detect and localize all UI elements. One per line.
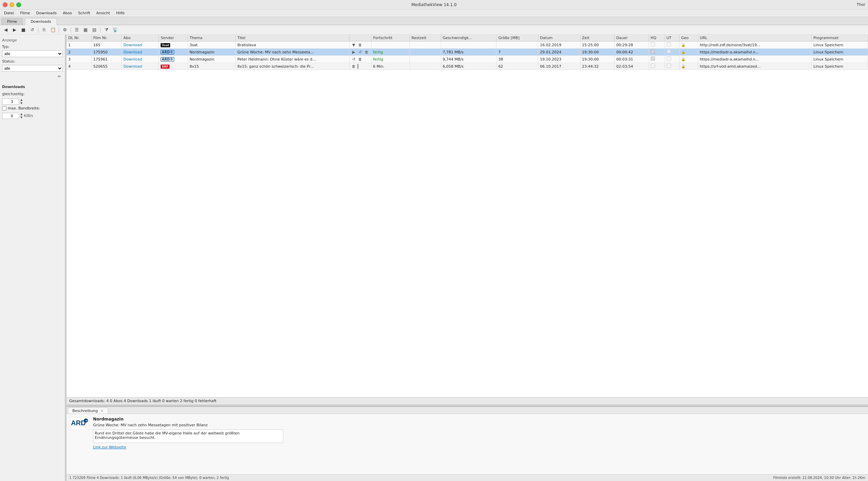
toolbar-grid1[interactable]: ▦ <box>82 26 89 34</box>
ut-checkbox <box>667 42 671 47</box>
geo-lock-icon: 🔒 <box>681 50 685 54</box>
col-film-nr[interactable]: Film Nr. <box>91 35 122 41</box>
col-hq[interactable]: HQ <box>649 35 665 41</box>
cell-actions: ↺ 🗑 <box>349 56 372 63</box>
bottom-tabs: Beschreibung × <box>67 407 868 414</box>
bandbreite-up[interactable]: ▲ <box>20 113 22 116</box>
sender-badge: ARD® <box>161 50 174 54</box>
toolbar-back[interactable]: ◀ <box>2 26 10 34</box>
col-dauer[interactable]: Dauer <box>614 35 649 41</box>
col-restzeit[interactable]: Restzeit <box>410 35 441 41</box>
col-titel[interactable]: Titel <box>236 35 349 41</box>
typ-select[interactable]: alle Film Audio Unbekannt <box>2 50 63 57</box>
toolbar-play[interactable]: ▶ <box>11 26 18 34</box>
col-datum[interactable]: Datum <box>538 35 580 41</box>
gleichzeitig-input-row: ▲ ▼ <box>2 98 63 105</box>
status-select[interactable]: alle läuft fertig fehlerhaft gestoppt wa… <box>2 65 63 72</box>
col-fortschritt[interactable]: Fortschritt <box>372 35 410 41</box>
menu-filme[interactable]: Filme <box>17 10 33 16</box>
cell-sender: 3sat <box>159 41 188 49</box>
action-delete[interactable]: 🗑 <box>364 49 369 55</box>
cell-titel: Peter Heidmann: Ohne Küster wäre es d... <box>236 56 349 63</box>
website-link[interactable]: Link zur Webseite <box>93 445 126 449</box>
toolbar-copy[interactable]: ⎘ <box>40 26 48 34</box>
table-row: 4 520655 Download SRF 8x15 8x15: ganz sc… <box>67 63 868 70</box>
minimize-button[interactable] <box>10 2 14 7</box>
toolbar-reload[interactable]: ↺ <box>29 26 36 34</box>
description-box: Rund ein Drittel der Gäste habe die MV-e… <box>93 429 283 443</box>
tab-close-icon[interactable]: × <box>101 409 104 413</box>
cell-abo: Download <box>122 41 159 49</box>
main-container: Anzeige Typ: alle Film Audio Unbekannt S… <box>0 35 868 481</box>
cell-actions: ▼ 🗑 <box>349 41 372 48</box>
bottom-tab-beschreibung[interactable]: Beschreibung × <box>68 408 108 414</box>
col-sender[interactable]: Sender <box>159 35 188 41</box>
menu-downloads[interactable]: Downloads <box>33 10 59 16</box>
cell-fortschritt: 6 Min. <box>372 63 410 70</box>
bottom-panel: Beschreibung × ARD ® Nordmagazin Grüne <box>67 406 868 474</box>
cell-url: https://srf-vod-amd.akamaized... <box>698 63 811 70</box>
maximize-button[interactable] <box>16 2 21 7</box>
cell-programmset: Linux Speichern <box>812 41 868 49</box>
col-abo[interactable]: Abo <box>122 35 159 41</box>
menu-datei[interactable]: Datei <box>1 10 17 16</box>
tab-downloads[interactable]: Downloads <box>25 18 57 25</box>
action-delete[interactable]: 🗑 <box>351 64 357 69</box>
col-dl-nr[interactable]: DL Nr. <box>67 35 91 41</box>
menu-schrift[interactable]: Schrift <box>75 10 93 16</box>
toolbar-paste[interactable]: 📋 <box>49 26 57 34</box>
app-title: MediathekView 14.1.0 <box>411 2 456 7</box>
gleichzeitig-down[interactable]: ▼ <box>20 102 22 105</box>
cell-thema: 8x15 <box>188 63 236 70</box>
bandbreite-down[interactable]: ▼ <box>20 116 22 119</box>
cell-thema: Nordmagazin <box>188 49 236 56</box>
col-geschwindigkeit[interactable]: Geschwindigk... <box>441 35 496 41</box>
toolbar-filter[interactable]: ⧩ <box>103 26 110 34</box>
action-refresh[interactable]: ↺ <box>351 56 357 62</box>
col-programmset[interactable]: Programmset <box>812 35 868 41</box>
col-groesse[interactable]: Größe [MB] <box>496 35 538 41</box>
action-delete[interactable]: 🗑 <box>358 42 363 48</box>
tab-filme[interactable]: Filme <box>1 18 23 25</box>
col-ut[interactable]: UT <box>665 35 679 41</box>
action-dropdown[interactable]: ▼ <box>351 42 357 48</box>
col-geo[interactable]: Geo <box>679 35 698 41</box>
gleichzeitig-label: gleichzeitig: <box>2 92 25 96</box>
toolbar-antenna[interactable]: 📡 <box>111 26 119 34</box>
typ-label: Typ: <box>2 45 63 49</box>
hq-checkbox <box>651 49 655 54</box>
cell-abo: Download <box>122 63 159 70</box>
edit-button[interactable]: ✏ <box>56 73 63 80</box>
close-button[interactable] <box>3 2 7 7</box>
action-refresh[interactable]: ↺ <box>358 49 363 55</box>
cell-geo: 🔒 <box>679 63 698 70</box>
col-thema[interactable]: Thema <box>188 35 236 41</box>
gleichzeitig-up[interactable]: ▲ <box>20 98 22 101</box>
max-bandbreite-checkbox[interactable] <box>2 106 6 110</box>
col-url[interactable]: URL <box>698 35 811 41</box>
description-title: Nordmagazin <box>93 417 865 422</box>
toolbar-grid2[interactable]: ▤ <box>91 26 98 34</box>
cell-restzeit <box>410 56 441 63</box>
col-zeit[interactable]: Zeit <box>580 35 614 41</box>
toolbar-list[interactable]: ☰ <box>73 26 80 34</box>
window-controls[interactable] <box>3 2 21 7</box>
action-delete[interactable]: 🗑 <box>358 56 363 62</box>
max-bandbreite-row: max. Bandbreite: <box>2 106 63 110</box>
cell-fortschritt: fertig <box>372 49 410 56</box>
cell-url: https://mediadr-a.akamaihd.n... <box>698 56 811 63</box>
cell-geschwindigkeit <box>441 41 496 49</box>
tabs-row: Filme Downloads <box>0 17 868 25</box>
toolbar-settings[interactable]: ⚙ <box>61 26 69 34</box>
cell-ut <box>665 49 679 56</box>
cell-hq <box>649 63 665 70</box>
cell-restzeit <box>410 49 441 56</box>
bandbreite-input[interactable] <box>2 113 19 119</box>
menu-abos[interactable]: Abos <box>60 10 75 16</box>
toolbar-stop[interactable]: ■ <box>20 26 27 34</box>
gleichzeitig-input[interactable] <box>2 99 19 105</box>
action-play[interactable]: ▶ <box>351 49 357 55</box>
menu-ansicht[interactable]: Ansicht <box>93 10 113 16</box>
menu-hilfe[interactable]: Hilfe <box>113 10 127 16</box>
geo-lock-icon: 🔒 <box>681 57 685 61</box>
